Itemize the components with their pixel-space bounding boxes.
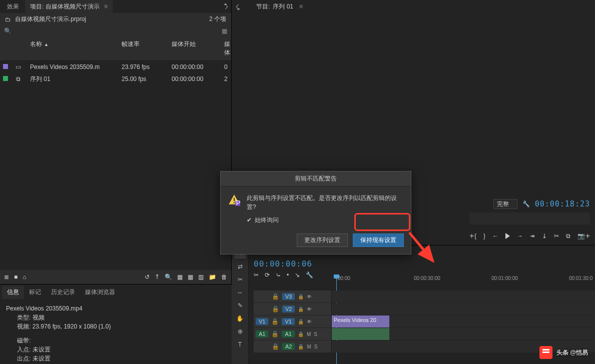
info-out-value: 未设置	[33, 355, 51, 362]
footer-button[interactable]: ≣	[4, 274, 9, 280]
timeline-option[interactable]: 🔧	[306, 272, 313, 278]
footer-button[interactable]: 🔍	[165, 274, 172, 280]
footer-button[interactable]: ▦	[188, 274, 193, 280]
timeline-tool[interactable]: T	[234, 340, 246, 350]
timeline-tool[interactable]: ⇄	[234, 262, 246, 272]
track-toggle[interactable]: M	[307, 344, 311, 350]
transport-button[interactable]: →	[517, 232, 523, 240]
transport-button[interactable]: {	[474, 232, 476, 240]
track-source-patch[interactable]: V1	[256, 318, 268, 325]
track-lane[interactable]	[331, 303, 595, 315]
track-toggle[interactable]: 👁	[307, 294, 312, 300]
always-ask-checkbox[interactable]: ✔ 始终询问	[247, 216, 404, 224]
timeline-option[interactable]: •	[287, 272, 289, 278]
info-tab[interactable]: 媒体浏览器	[80, 286, 120, 299]
timeline-option[interactable]: ✂	[254, 272, 259, 278]
timeline-clip[interactable]: Pexels Videos 20	[332, 316, 389, 328]
project-item[interactable]: ⧉ 序列 01 25.00 fps 00:00:00:00 2	[0, 73, 231, 85]
col-end[interactable]: 媒体	[221, 38, 231, 58]
track-lock-icon[interactable]: 🔒	[272, 293, 279, 300]
col-start[interactable]: 媒体开始	[169, 38, 221, 58]
add-button-right[interactable]: +	[585, 232, 590, 240]
info-tab[interactable]: 信息	[2, 286, 24, 299]
track-lane[interactable]: Pexels Videos 20	[331, 316, 595, 328]
panel-overflow-icon[interactable]	[223, 4, 228, 9]
program-menu-icon[interactable]: ≡	[299, 3, 303, 10]
watermark-text: 头条 @恺易	[556, 348, 588, 357]
track-lock-icon[interactable]: 🔒	[271, 318, 279, 325]
change-sequence-button[interactable]: 更改序列设置	[297, 234, 348, 247]
track-toggle[interactable]: M	[307, 332, 311, 337]
transport-button[interactable]: ←	[492, 232, 498, 240]
track-toggle[interactable]: S	[314, 344, 318, 350]
add-marker-button[interactable]: +	[469, 232, 474, 240]
footer-button[interactable]: 📁	[209, 274, 216, 280]
info-tab[interactable]: 标记	[24, 286, 46, 299]
timeline-tool[interactable]: ↔	[234, 288, 246, 298]
program-tabs: 节目: 序列 01 ≡	[232, 0, 595, 13]
timeline-timecode[interactable]: 00:00:00:06	[249, 258, 595, 270]
track-target[interactable]: A1	[282, 330, 294, 338]
transport-button[interactable]: }	[483, 232, 485, 240]
timeline-option[interactable]: ⤿	[276, 272, 281, 278]
timeline-toolbar: ↖⇄✂↔✎✋⊕T	[232, 246, 249, 364]
program-ruler[interactable]	[469, 212, 590, 224]
track-lock-icon[interactable]: 🔒	[271, 330, 279, 338]
transport-button[interactable]: ✂	[554, 232, 559, 240]
timeline-tool[interactable]: ✎	[234, 300, 246, 310]
info-panel: 信息标记历史记录媒体浏览器 Pexels Videos 2035509.mp4 …	[0, 284, 232, 364]
program-timecode[interactable]: 00:00:18:23	[535, 200, 590, 208]
col-fps[interactable]: 帧速率	[119, 38, 169, 58]
track-lane[interactable]	[331, 328, 595, 340]
track-target[interactable]: V3	[282, 293, 295, 300]
track-target[interactable]: V1	[282, 318, 294, 325]
track-target[interactable]: A2	[282, 343, 295, 350]
keep-settings-button[interactable]: 保持现有设置	[353, 234, 404, 247]
tab-menu-icon[interactable]: ≡	[104, 3, 108, 10]
watermark-logo-icon	[539, 346, 552, 359]
panel-collapse-icon[interactable]	[236, 4, 241, 9]
info-tab[interactable]: 历史记录	[46, 286, 80, 299]
track-lock-icon[interactable]: 🔒	[272, 306, 279, 312]
footer-button[interactable]: ■	[14, 274, 18, 280]
timeline-tool[interactable]: ✋	[234, 314, 246, 324]
track-toggle[interactable]: 👁	[307, 319, 312, 324]
tab-effects[interactable]: 效果	[2, 0, 24, 14]
track-lock-icon[interactable]: 🔒	[272, 343, 279, 350]
footer-button[interactable]: ⌂	[23, 274, 26, 280]
filter-icon[interactable]: ▦	[222, 28, 227, 34]
info-tape-label: 磁带:	[17, 337, 31, 344]
transport-button[interactable]: ↠	[530, 232, 535, 240]
zoom-select[interactable]: 完整	[493, 199, 517, 209]
timeline-tool[interactable]: ⊕	[234, 326, 246, 336]
transport-button[interactable]: 📷	[577, 232, 585, 240]
timeline-option[interactable]: ⟳	[265, 272, 270, 278]
timeline-tool[interactable]: ✂	[234, 274, 246, 284]
track-lane[interactable]	[331, 290, 595, 302]
footer-button[interactable]: 🗑	[221, 274, 227, 280]
timeline-clip[interactable]	[332, 328, 389, 340]
track-source-patch[interactable]: A1	[256, 330, 268, 338]
track-toggle[interactable]: 🔒	[298, 344, 304, 350]
footer-button[interactable]: ▥	[198, 274, 204, 280]
track-toggle[interactable]: 🔒	[298, 319, 304, 324]
col-name[interactable]: 名称▲	[27, 38, 119, 58]
tab-project[interactable]: 项目: 自媒体视频尺寸演示 ≡	[25, 0, 113, 14]
track-toggle[interactable]: S	[314, 332, 317, 337]
timeline-ruler[interactable]: :00:0000:00:30:0000:01:00:0000:01:30:0	[336, 276, 595, 288]
transport-button[interactable]: ⧉	[566, 232, 570, 240]
track-target[interactable]: V2	[282, 306, 295, 312]
timeline-option[interactable]: ↘	[295, 272, 300, 278]
track-toggle[interactable]: 👁	[307, 306, 312, 312]
settings-wrench-icon[interactable]: 🔧	[522, 200, 530, 208]
track-toggle[interactable]: 🔒	[298, 332, 304, 337]
search-icon[interactable]: 🔍	[4, 28, 12, 34]
project-item[interactable]: ▭ Pexels Videos 2035509.m 23.976 fps 00:…	[0, 61, 231, 73]
transport-button[interactable]: ⤓	[542, 232, 547, 240]
track-toggle[interactable]: 🔒	[298, 306, 304, 312]
footer-button[interactable]: ↺	[145, 274, 150, 280]
footer-button[interactable]: ▦	[177, 274, 183, 280]
transport-button[interactable]	[505, 233, 510, 239]
footer-button[interactable]: ⤒	[155, 274, 160, 280]
track-toggle[interactable]: 🔒	[298, 294, 304, 300]
